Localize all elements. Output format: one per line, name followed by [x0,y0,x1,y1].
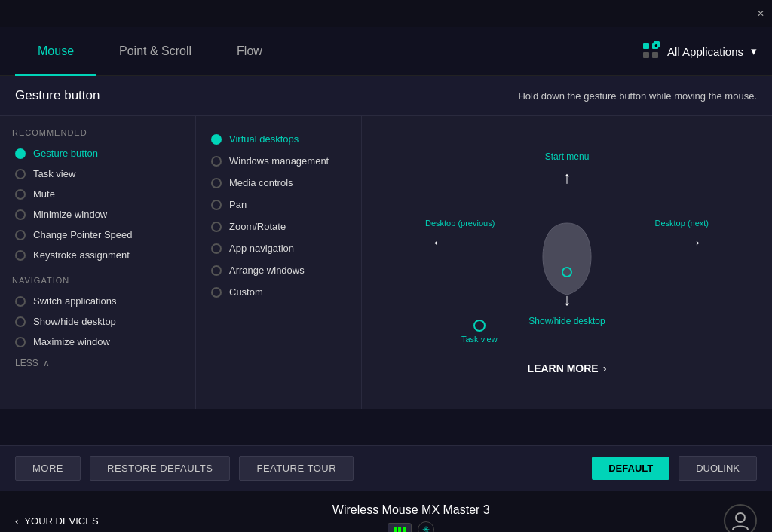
middle-item-app-navigation[interactable]: App navigation [205,237,352,259]
radio-gesture-button [15,148,26,159]
task-view-dot [473,320,486,332]
radio-switch-apps [15,296,26,307]
device-bar: ‹ YOUR DEVICES Wireless Mouse MX Master … [0,491,772,532]
menu-item-switch-apps[interactable]: Switch applications [9,291,186,311]
bottom-toolbar: MORE RESTORE DEFAULTS FEATURE TOUR DEFAU… [0,445,772,491]
middle-item-virtual-desktops[interactable]: Virtual desktops [205,128,352,150]
desktop-next-label: Desktop (next) [654,219,709,228]
device-status-icons: ▮▮▮ ✳ [388,521,434,532]
radio-keystroke [15,250,26,261]
chevron-right-icon: › [603,362,607,375]
device-name: Wireless Mouse MX Master 3 [332,503,490,517]
menu-item-pointer-speed[interactable]: Change Pointer Speed [9,225,186,245]
chevron-down-icon: ▾ [751,44,757,58]
radio-media-controls [211,178,222,188]
less-button[interactable]: LESS ∧ [9,352,186,368]
menu-item-show-hide[interactable]: Show/hide desktop [9,311,186,332]
middle-item-zoom-rotate[interactable]: Zoom/Rotate [205,216,352,237]
svg-rect-3 [652,52,658,58]
chevron-up-icon: ∧ [43,358,50,368]
minimize-button[interactable]: ─ [736,8,746,19]
radio-custom [211,287,222,298]
device-info: Wireless Mouse MX Master 3 ▮▮▮ ✳ [99,503,724,532]
battery-icon: ▮▮▮ [388,523,412,533]
learn-more-button[interactable]: LEARN MORE › [528,362,607,375]
svg-text:●: ● [654,42,658,49]
radio-maximize [15,337,26,347]
app-selector[interactable]: ● All Applications ▾ [642,41,757,62]
content-area: RECOMMENDED Gesture button Task view Mut… [0,115,772,409]
gesture-title: Gesture button [15,88,100,103]
middle-item-media-controls[interactable]: Media controls [205,172,352,194]
app-grid-icon: ● [642,41,660,62]
start-menu-label: Start menu [545,151,590,162]
radio-arrange-windows [211,265,222,276]
tab-flow[interactable]: Flow [214,27,285,76]
menu-item-task-view[interactable]: Task view [9,164,186,184]
recommended-label: RECOMMENDED [9,128,186,137]
radio-app-navigation [211,243,222,254]
tab-mouse[interactable]: Mouse [15,27,96,76]
task-view-indicator: Task view [461,320,498,344]
left-arrow-icon: ← [431,233,448,252]
user-profile-icon[interactable] [724,504,757,532]
radio-mute [15,189,26,200]
more-button[interactable]: MORE [15,456,81,481]
back-arrow-icon: ‹ [15,515,18,527]
gesture-header: Gesture button Hold down the gesture but… [0,76,772,115]
svg-rect-0 [643,43,649,49]
desktop-prev-label: Desktop (previous) [425,219,495,228]
menu-item-gesture-button[interactable]: Gesture button [9,143,186,164]
tab-bar: Mouse Point & Scroll Flow ● All Applicat… [0,27,772,76]
show-hide-desktop-label: Show/hide desktop [528,316,605,326]
middle-item-pan[interactable]: Pan [205,194,352,216]
svg-rect-2 [643,52,649,58]
svg-point-7 [736,513,745,522]
restore-defaults-button[interactable]: RESTORE DEFAULTS [90,456,230,481]
menu-item-minimize[interactable]: Minimize window [9,204,186,225]
radio-show-hide [15,316,26,327]
tab-point-scroll[interactable]: Point & Scroll [96,27,214,76]
radio-task-view [15,169,26,179]
close-button[interactable]: ✕ [755,8,766,19]
menu-item-keystroke[interactable]: Keystroke assignment [9,245,186,265]
radio-minimize [15,209,26,220]
main-area: Gesture button Hold down the gesture but… [0,76,772,445]
title-bar: ─ ✕ [0,0,772,27]
gesture-hint: Hold down the gesture button while movin… [518,90,757,102]
right-panel: Start menu ↑ ← Desktop (previous) → Desk… [362,116,772,409]
middle-item-custom[interactable]: Custom [205,281,352,303]
menu-item-maximize[interactable]: Maximize window [9,332,186,352]
up-arrow-icon: ↑ [563,168,571,188]
app-selector-label: All Applications [667,45,743,58]
duolink-button[interactable]: DUOLINK [679,456,757,481]
radio-windows-management [211,156,222,167]
default-button[interactable]: DEFAULT [592,457,669,480]
right-arrow-icon: → [686,233,703,252]
down-arrow-icon: ↓ [563,290,571,310]
navigation-label: NAVIGATION [9,276,186,285]
menu-item-mute[interactable]: Mute [9,184,186,204]
middle-panel: Virtual desktops Windows management Medi… [196,116,362,409]
bluetooth-icon: ✳ [418,521,434,532]
gesture-diagram: Start menu ↑ ← Desktop (previous) → Desk… [424,151,710,355]
left-panel: RECOMMENDED Gesture button Task view Mut… [0,116,196,409]
task-view-diagram-label: Task view [461,335,498,344]
radio-pointer-speed [15,230,26,240]
radio-pan [211,200,222,210]
radio-virtual-desktops [211,134,222,145]
back-to-devices-button[interactable]: ‹ YOUR DEVICES [15,515,99,527]
feature-tour-button[interactable]: FEATURE TOUR [239,456,354,481]
radio-zoom-rotate [211,222,222,232]
middle-item-windows-management[interactable]: Windows management [205,150,352,172]
middle-item-arrange-windows[interactable]: Arrange windows [205,259,352,281]
